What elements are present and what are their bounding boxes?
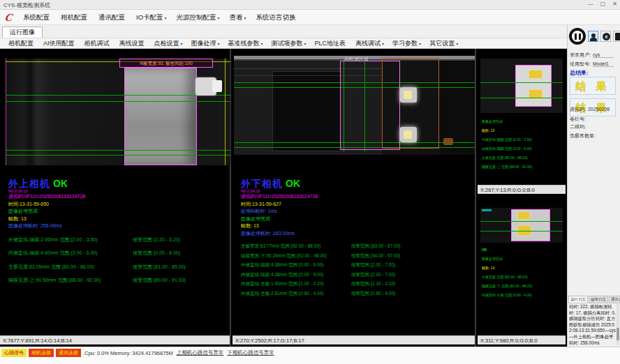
status-badge: 相机连接 <box>29 349 54 357</box>
result-text-block: OK图像处理完成幅数: 13主极宽度 范围:(82.00 - 88.00)隔膜宽… <box>482 245 564 333</box>
pixel-coordinate-bar: X:267;Y:13;R:0;G:0;B:0 <box>478 185 566 194</box>
menu-item[interactable]: 系统配置 <box>18 10 56 25</box>
result-text-block: 外下相机OK NG:2,OK:10 虚拟码:0F11i=202502081331… <box>241 177 478 301</box>
toolbar-button[interactable]: 点检设置▾ <box>150 39 187 48</box>
menu-item-label: 相机配置 <box>61 13 87 21</box>
browser-button[interactable]: e <box>600 31 611 42</box>
measurement-row: 外侧直线-隔膜:4.38mm 范围:(0.00 - 9.00) 报警范围:(2.… <box>241 262 478 268</box>
camera-view-button[interactable] <box>588 31 598 42</box>
measurement-alarm-range: 报警范围:(94.00 - 97.00) <box>351 253 400 259</box>
log-tab[interactable]: 故障日志 <box>589 296 608 303</box>
camera-image-inner-bottom[interactable] <box>480 208 563 243</box>
menu-item[interactable]: 相机配置 <box>56 10 94 25</box>
toolbar-button[interactable]: AI使用配置 <box>39 39 80 48</box>
toolbar-button[interactable]: 相机配置 <box>4 39 39 48</box>
toolbar-button[interactable]: 离线设置 <box>115 39 150 48</box>
info-line: 幅数: 13 <box>8 215 228 223</box>
toolbar-button-label: 测试项参数 <box>272 40 303 47</box>
info-line: 幅数: 13 <box>482 264 564 273</box>
measurement-alarm-range: 报警范围:(0.00 - 8.00) <box>133 250 180 257</box>
menu-item-label: 系统配置 <box>23 13 50 21</box>
toolbar-button[interactable]: 相机调试 <box>80 39 115 48</box>
log-tab[interactable]: 通讯日志 <box>609 296 620 303</box>
camera-image-outer-bottom[interactable]: AI检测区域 <box>234 56 475 155</box>
login-user-label: 登录用户: <box>570 52 591 57</box>
main-area: N极宽度:93, 极右间距:100 外上相机OK NG:0,OK:13 虚拟码:… <box>0 49 567 347</box>
close-button[interactable]: ✕ <box>612 1 617 7</box>
camera-person-icon <box>591 33 596 38</box>
measurement-label: 隔膜宽度-下:95.24mm 范围:(92.00 - 98.00) <box>241 253 351 259</box>
info-line: 图像处理耗时: 256.00ms <box>8 222 228 230</box>
camera-image-inner-top[interactable] <box>480 59 563 113</box>
toolbar-button[interactable]: 学习参数▾ <box>388 39 425 48</box>
toolbar-button-label: 点检设置 <box>154 40 179 47</box>
window-title: CYS-视觉检测系统 <box>3 1 50 9</box>
tab-strip: 运行图像 <box>0 25 567 38</box>
cyan-marker <box>482 209 492 211</box>
info-line: 隔膜宽度-下 范围:(92.00 - 98.00) <box>482 282 564 291</box>
camera-title: 外上相机 <box>8 178 50 189</box>
menu-item[interactable]: 查看▾ <box>225 10 251 25</box>
toolbar-button[interactable]: 其它设置▾ <box>425 39 462 48</box>
bottom-camera-heartbeat-warning: 下相机心跳信号异常 <box>227 349 274 356</box>
camera-view-outer-bottom[interactable]: AI检测区域 外下相机OK NG:2,OK:10 虚拟码:0F11i=20250… <box>232 49 476 347</box>
measurement-alarm-range: 报警范围:(1.10 - 2.10) <box>351 281 395 287</box>
measurement-row: 隔膜宽度-下:95.24mm 范围:(92.00 - 98.00) 报警范围:(… <box>241 253 478 259</box>
minimize-button[interactable]: — <box>588 1 593 7</box>
guide-line <box>480 82 563 83</box>
exit-button[interactable] <box>613 31 620 42</box>
measurement-label: 主极宽度:83.05mm 范围:(80.00 - 86.00) <box>8 264 133 271</box>
control-buttons: e <box>569 28 620 45</box>
measurement-alarm-range: 报警范围:(0.60 - 4.00) <box>351 291 395 297</box>
menubar: C 系统配置 相机配置 通讯配置 IO卡配置▾ 光源控制配置▾ 查看▾ 系统语言… <box>0 10 620 25</box>
status-badges: 心跳信号相机连接通讯连接 <box>1 349 81 357</box>
model-value: Model1 <box>593 61 614 67</box>
toolbar-button[interactable]: 离线调试▾ <box>351 39 388 48</box>
menu-item[interactable]: 通讯配置 <box>94 10 131 25</box>
toolbar-button-label: 基准线参数 <box>228 40 260 47</box>
toolbar-button[interactable]: PLC地址表 <box>311 39 352 48</box>
menu-item[interactable]: 光源控制配置▾ <box>172 10 225 25</box>
menu-item-label: IO卡配置 <box>136 13 163 21</box>
measurement-label: 主极宽度:83.77mm 范围:(82.00 - 88.00) <box>241 243 351 250</box>
measurement-alarm-range: 报警范围:(2.00 - 7.00) <box>351 272 395 278</box>
toolbar-button-label: AI使用配置 <box>43 40 75 47</box>
measurement-label: 内侧直线-隔膜:4.38mm 范围:(0.00 - 9.00) <box>241 272 351 278</box>
info-line: 虚拟码:0F11i=20250208133124728 <box>8 193 228 201</box>
chevron-down-icon: ▾ <box>218 16 220 20</box>
scrollbar-thumb[interactable] <box>617 328 619 340</box>
log-tab[interactable]: 运行日志 <box>568 296 588 303</box>
measurement-row: 主极宽度:83.05mm 范围:(80.00 - 86.00) 报警范围:(81… <box>8 264 228 271</box>
toolbar-button[interactable]: 基准线参数▾ <box>224 39 267 48</box>
camera-title: 外下相机 <box>241 178 283 189</box>
bright-tab-element <box>529 70 542 78</box>
toolbar-button-label: 相机调试 <box>84 40 110 47</box>
titlebar: CYS-视觉检测系统 — ▢ ✕ <box>0 0 620 10</box>
camera-image-outer-top[interactable]: N极宽度:93, 极右间距:100 <box>6 59 230 165</box>
pixel-coordinate-bar: X:7677;Y:891;R:14;G:14;B:14 <box>0 335 230 344</box>
measurement-row: 内侧直线-隔膜:4.60mm 范围:(3.00 - 6.00) 报警范围:(0.… <box>8 250 228 257</box>
maximize-button[interactable]: ▢ <box>600 1 606 7</box>
e-icon: e <box>603 33 610 40</box>
toolbar-button[interactable]: 图像处理▾ <box>187 39 224 48</box>
info-lines: 虚拟码:0F11i=20250208133124728时间:13-31-59-6… <box>241 193 478 237</box>
menu-item[interactable]: 系统语言切换 <box>251 10 302 25</box>
chevron-down-icon: ▾ <box>261 42 263 46</box>
menu-item[interactable]: IO卡配置▾ <box>131 10 172 25</box>
measurement-list: 外侧直线-隔膜:2.95mm 范围:(2.00 - 3.50) 报警范围:(2.… <box>8 236 228 285</box>
camera-view-inner-bottom[interactable]: OK图像处理完成幅数: 13主极宽度 范围:(82.00 - 88.00)隔膜宽… <box>478 195 566 347</box>
tab-run-image[interactable]: 运行图像 <box>2 26 43 38</box>
chevron-down-icon: ▾ <box>218 42 220 46</box>
toolbar-button[interactable]: 测试项参数▾ <box>267 39 311 48</box>
chevron-down-icon: ▾ <box>382 42 384 46</box>
camera-view-outer-top[interactable]: N极宽度:93, 极右间距:100 外上相机OK NG:0,OK:13 虚拟码:… <box>0 49 231 347</box>
measurement-list: 主极宽度:83.77mm 范围:(82.00 - 88.00) 报警范围:(83… <box>241 243 478 297</box>
log-text: 耗时: 222, 极隔检测耗时: 17, 极隔分离耗时: 0, 极隔提取分区耗时… <box>569 304 617 345</box>
log-scrollbar[interactable] <box>617 304 619 345</box>
toolbar-button-label: 学习参数 <box>392 40 418 47</box>
info-line: 主极宽度 范围:(80.00 - 86.00) <box>482 153 564 162</box>
pause-button[interactable] <box>569 28 586 45</box>
camera-view-inner-top[interactable]: 图像处理完成幅数: 13外侧直线-隔膜 范围:(2.00 - 3.50)内侧直线… <box>478 49 566 194</box>
info-line: 图像处理完成 <box>482 255 564 264</box>
info-lines: 虚拟码:0F11i=20250208133124728时间:13-31-59-6… <box>8 193 228 230</box>
